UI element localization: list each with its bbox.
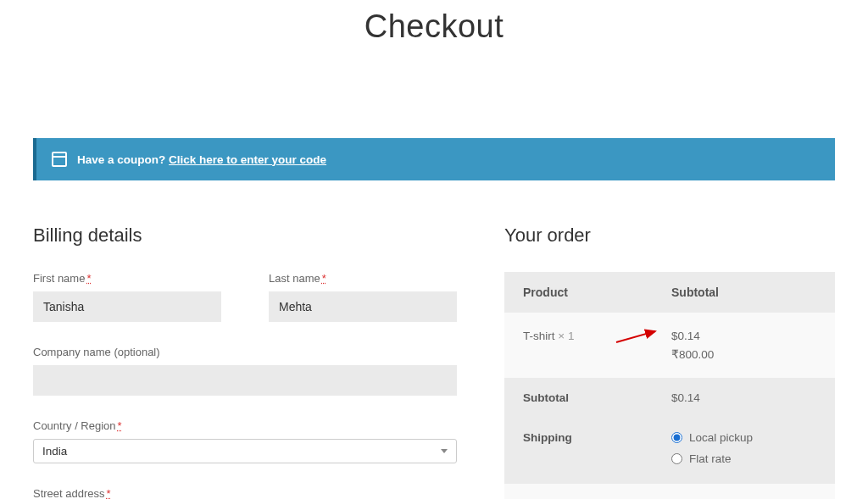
coupon-link[interactable]: Click here to enter your code (169, 153, 326, 166)
company-input[interactable] (33, 365, 457, 396)
order-shipping-label: Shipping (523, 431, 671, 444)
order-heading: Your order (504, 225, 835, 247)
required-mark: * (118, 419, 122, 432)
required-mark: * (107, 487, 111, 499)
order-col-product: Product (523, 286, 671, 299)
calendar-icon (52, 152, 67, 167)
required-mark: * (86, 272, 91, 285)
order-table: Product Subtotal T-shirt × 1 $0.14 ₹800.… (504, 272, 835, 499)
order-header-row: Product Subtotal (504, 272, 835, 313)
country-label: Country / Region* (33, 419, 457, 432)
order-col-subtotal: Subtotal (671, 286, 835, 299)
country-value: India (42, 445, 67, 457)
page-title: Checkout (33, 8, 835, 45)
last-name-input[interactable] (269, 291, 457, 322)
order-item-name: T-shirt × 1 (523, 330, 671, 342)
order-subtotal-label: Subtotal (523, 391, 671, 404)
shipping-option-flat[interactable]: Flat rate (671, 452, 835, 465)
billing-heading: Billing details (33, 225, 457, 247)
order-shipping-row: Shipping Local pickup Flat rate (504, 418, 835, 484)
order-item-row: T-shirt × 1 $0.14 ₹800.00 (504, 313, 835, 378)
first-name-input[interactable] (33, 291, 221, 322)
last-name-label: Last name* (269, 272, 457, 285)
billing-section: Billing details First name* Last name* C… (33, 225, 457, 499)
coupon-prompt: Have a coupon? (77, 153, 169, 166)
order-item-price: $0.14 (671, 330, 835, 342)
shipping-radio-local[interactable] (671, 432, 682, 443)
company-label: Company name (optional) (33, 346, 457, 358)
country-select[interactable]: India (33, 439, 457, 463)
shipping-radio-flat[interactable] (671, 453, 682, 464)
coupon-notice: Have a coupon? Click here to enter your … (33, 138, 835, 180)
order-subtotal-value: $0.14 (671, 391, 835, 404)
order-item-qty: × 1 (558, 330, 574, 342)
order-item-price-alt: ₹800.00 (671, 347, 835, 361)
order-subtotal-row: Subtotal $0.14 (504, 378, 835, 418)
order-total-row: Total $0.14 (504, 484, 835, 499)
order-section: Your order Product Subtotal T-shirt × 1 … (504, 225, 835, 499)
street-label: Street address* (33, 487, 457, 499)
shipping-option-local[interactable]: Local pickup (671, 431, 835, 444)
first-name-label: First name* (33, 272, 221, 285)
chevron-down-icon (441, 449, 448, 453)
required-mark: * (322, 272, 326, 285)
